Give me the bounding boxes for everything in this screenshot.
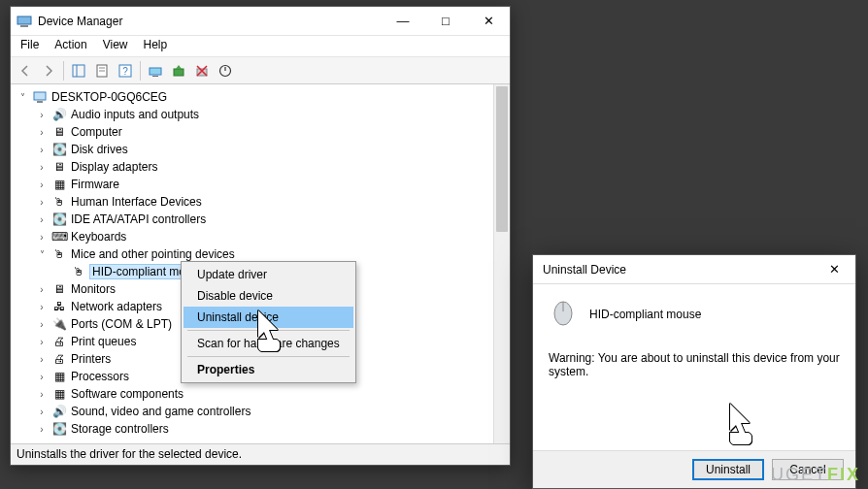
- chevron-right-icon[interactable]: ›: [36, 389, 48, 400]
- firmware-icon: ▦: [51, 177, 67, 192]
- chevron-right-icon[interactable]: ›: [36, 110, 48, 120]
- svg-rect-11: [174, 69, 184, 76]
- dialog-titlebar[interactable]: Uninstall Device ✕: [533, 255, 855, 284]
- toolbar-separator: [140, 61, 141, 81]
- display-icon: 🖥: [51, 159, 67, 175]
- chevron-right-icon[interactable]: ›: [36, 162, 48, 173]
- chevron-right-icon[interactable]: ›: [36, 284, 48, 295]
- software-icon: ▦: [51, 386, 67, 402]
- help-button[interactable]: ?: [115, 60, 136, 82]
- chevron-right-icon[interactable]: ›: [36, 232, 48, 243]
- tree-root[interactable]: ˅ DESKTOP-0GQ6CEG: [17, 88, 510, 106]
- chevron-right-icon[interactable]: ›: [36, 302, 48, 312]
- svg-rect-14: [34, 92, 46, 100]
- scan-hardware-button[interactable]: [145, 60, 166, 82]
- dialog-close-button[interactable]: ✕: [813, 255, 855, 284]
- disable-button[interactable]: [215, 60, 236, 82]
- update-driver-button[interactable]: [168, 60, 189, 82]
- maximize-button[interactable]: □: [424, 7, 467, 36]
- watermark: UGETFIX: [771, 465, 860, 485]
- chevron-right-icon[interactable]: ›: [36, 214, 48, 225]
- keyboard-icon: ⌨: [51, 229, 67, 244]
- dialog-device-name: HID-compliant mouse: [589, 308, 701, 321]
- chevron-right-icon[interactable]: ›: [36, 407, 48, 417]
- tree-category[interactable]: ›🔊Audio inputs and outputs: [17, 106, 510, 123]
- dialog-title: Uninstall Device: [533, 263, 813, 277]
- tree-category[interactable]: ›⌨Keyboards: [17, 228, 510, 245]
- app-icon: [17, 14, 32, 29]
- chevron-right-icon[interactable]: ›: [36, 354, 48, 365]
- network-icon: 🖧: [51, 299, 67, 314]
- scrollbar-thumb[interactable]: [496, 86, 508, 232]
- menubar: File Action View Help: [11, 36, 510, 57]
- sound-icon: 🔊: [51, 404, 67, 419]
- svg-rect-0: [17, 16, 31, 24]
- port-icon: 🔌: [51, 316, 67, 332]
- vertical-scrollbar[interactable]: [493, 84, 510, 443]
- svg-rect-1: [20, 25, 28, 27]
- tree-category[interactable]: ›▦Firmware: [17, 176, 510, 193]
- tree-category[interactable]: ›🖥Computer: [17, 123, 510, 141]
- chevron-down-icon[interactable]: ˅: [36, 249, 48, 260]
- mouse-icon: 🖱: [51, 246, 67, 262]
- chevron-right-icon[interactable]: ›: [36, 372, 48, 382]
- ctx-properties[interactable]: Properties: [184, 359, 353, 380]
- processor-icon: ▦: [51, 369, 67, 384]
- context-menu: Update driver Disable device Uninstall d…: [181, 261, 356, 383]
- computer-icon: 🖥: [51, 124, 67, 140]
- forward-button[interactable]: [38, 60, 59, 82]
- svg-rect-10: [152, 76, 158, 77]
- uninstall-button[interactable]: Uninstall: [692, 459, 764, 480]
- chevron-right-icon[interactable]: ›: [36, 337, 48, 347]
- chevron-right-icon[interactable]: ›: [36, 197, 48, 208]
- tree-category[interactable]: ›💽IDE ATA/ATAPI controllers: [17, 211, 510, 228]
- context-separator: [187, 356, 350, 357]
- computer-icon: [32, 89, 48, 105]
- uninstall-button[interactable]: [191, 60, 213, 82]
- chevron-right-icon[interactable]: ›: [36, 424, 48, 435]
- chevron-right-icon[interactable]: ›: [36, 145, 48, 155]
- monitor-icon: 🖥: [51, 281, 67, 297]
- device-manager-window: Device Manager — □ ✕ File Action View He…: [10, 6, 511, 466]
- chevron-down-icon[interactable]: ˅: [17, 92, 28, 103]
- close-button[interactable]: ✕: [467, 7, 510, 36]
- svg-text:?: ?: [122, 66, 128, 77]
- back-button[interactable]: [15, 60, 36, 82]
- tree-category[interactable]: ›💽Disk drives: [17, 141, 510, 158]
- print-queue-icon: 🖨: [51, 334, 67, 349]
- ctx-update-driver[interactable]: Update driver: [184, 264, 353, 285]
- show-hide-tree-button[interactable]: [68, 60, 89, 82]
- properties-button[interactable]: [91, 60, 113, 82]
- tree-category[interactable]: ›🔊Sound, video and game controllers: [17, 403, 510, 420]
- audio-icon: 🔊: [51, 107, 67, 122]
- chevron-right-icon[interactable]: ›: [36, 179, 48, 190]
- mouse-icon: 🖱: [71, 264, 86, 279]
- root-label: DESKTOP-0GQ6CEG: [51, 90, 167, 104]
- dialog-warning-text: Warning: You are about to uninstall this…: [549, 351, 840, 378]
- ctx-disable-device[interactable]: Disable device: [184, 285, 353, 307]
- menu-file[interactable]: File: [13, 36, 47, 56]
- svg-rect-9: [150, 68, 161, 75]
- ide-icon: 💽: [51, 212, 67, 227]
- menu-action[interactable]: Action: [47, 36, 94, 56]
- uninstall-dialog: Uninstall Device ✕ HID-compliant mouse W…: [532, 254, 856, 489]
- storage-icon: 💽: [51, 421, 67, 437]
- menu-help[interactable]: Help: [136, 36, 176, 56]
- statusbar: Uninstalls the driver for the selected d…: [11, 443, 510, 465]
- context-separator: [187, 330, 350, 331]
- tree-category[interactable]: ›💽Storage controllers: [17, 420, 510, 438]
- tree-category[interactable]: ›🖱Human Interface Devices: [17, 193, 510, 211]
- ctx-uninstall-device[interactable]: Uninstall device: [184, 307, 353, 328]
- chevron-right-icon[interactable]: ›: [36, 127, 48, 138]
- toolbar-separator: [63, 61, 64, 81]
- disk-icon: 💽: [51, 142, 67, 157]
- chevron-right-icon[interactable]: ›: [36, 319, 48, 330]
- ctx-scan-hardware[interactable]: Scan for hardware changes: [184, 333, 353, 354]
- titlebar[interactable]: Device Manager — □ ✕: [11, 7, 510, 36]
- minimize-button[interactable]: —: [382, 7, 424, 36]
- toolbar: ?: [11, 57, 510, 84]
- svg-rect-2: [73, 65, 84, 77]
- tree-category[interactable]: ›▦Software components: [17, 385, 510, 403]
- menu-view[interactable]: View: [95, 36, 136, 56]
- tree-category[interactable]: ›🖥Display adapters: [17, 158, 510, 176]
